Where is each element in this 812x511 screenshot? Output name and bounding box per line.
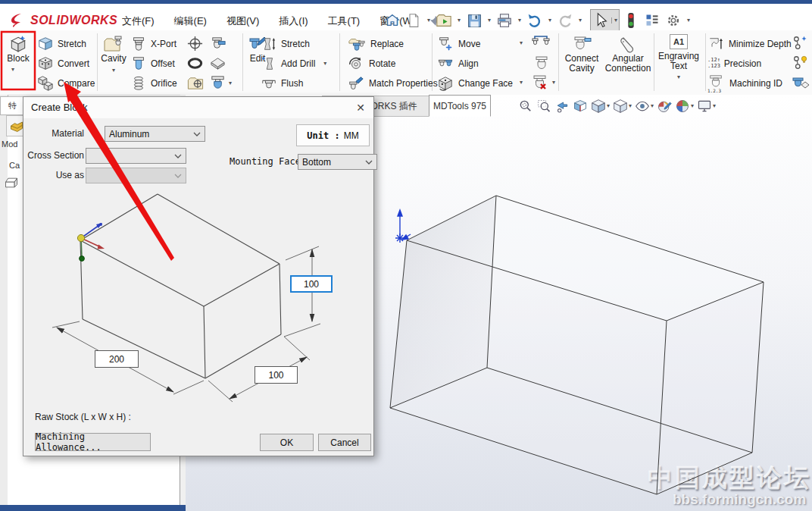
new-document-dropdown[interactable]: ▾ [425, 17, 433, 24]
apply-scene-dropdown[interactable]: ▾ [691, 103, 694, 109]
open-dropdown[interactable]: ▾ [455, 17, 463, 24]
tab-mdtools[interactable]: MDTools 975 [429, 95, 491, 117]
machining-allowance-button[interactable]: Machining Allowance... [35, 433, 151, 451]
stretch-icon [37, 36, 54, 52]
display-style-button[interactable]: ▾ [613, 99, 632, 114]
block-button[interactable]: Block ▾ [2, 34, 35, 73]
delete-cartridge-icon[interactable] [531, 74, 550, 92]
view-settings-dropdown[interactable]: ▾ [713, 103, 716, 109]
offset-button[interactable]: Offset [130, 55, 175, 73]
rotate-icon [347, 55, 365, 72]
zoom-area-button[interactable] [536, 99, 551, 114]
cancel-button[interactable]: Cancel [318, 434, 371, 451]
cavity-button[interactable]: Cavity ▾ [98, 34, 129, 74]
add-drill-label: Add Drill [281, 58, 315, 69]
convert-button[interactable]: Convert [37, 55, 89, 73]
single-cartridge-icon[interactable] [532, 54, 551, 72]
plug-icon[interactable] [209, 55, 226, 72]
model-tab-label[interactable]: Mod [2, 140, 17, 149]
insert-cartridge-icon[interactable] [209, 74, 226, 92]
width-input[interactable]: 100 [255, 366, 298, 384]
open-button[interactable] [434, 11, 454, 30]
tree-block-icon[interactable] [4, 176, 19, 190]
minimize-depth-button[interactable]: Minimize Depth [707, 35, 792, 53]
tab-mdtools-label: MDTools 975 [433, 101, 486, 111]
ca-tab-label[interactable]: Ca [9, 161, 20, 170]
connect-nodes-new-icon[interactable] [792, 35, 808, 52]
paired-cartridges-icon[interactable] [531, 34, 551, 52]
hide-show-items-button[interactable]: ▾ [635, 99, 654, 114]
position-cavity-icon[interactable] [186, 35, 204, 52]
add-drill-dropdown[interactable]: ▾ [323, 61, 326, 67]
replace-button[interactable]: Replace [347, 35, 404, 53]
new-document-button[interactable] [404, 11, 423, 30]
stretch-button[interactable]: Stretch [37, 35, 86, 53]
move-dropdown[interactable]: ▾ [520, 40, 523, 46]
apply-scene-button[interactable]: ▾ [675, 99, 694, 114]
section-view-button[interactable] [573, 99, 588, 114]
precision-button[interactable]: .12↑.123 Precision [707, 55, 761, 73]
machining-id-button[interactable]: 1.2.3 Machining ID [707, 74, 782, 92]
precision-icon: .12↑.123 [707, 58, 720, 69]
angular-connection-button[interactable]: Angular Connection [604, 34, 651, 73]
stretch-drill-button[interactable]: Stretch [261, 35, 310, 53]
settings-gear-icon[interactable] [664, 11, 683, 30]
cavity-grid-dropdown[interactable]: ▾ [229, 80, 232, 86]
match-properties-button[interactable]: Match Properties [347, 74, 438, 92]
edit-appearance-button[interactable] [657, 99, 672, 114]
engraving-text-button[interactable]: A1 Engraving Text ▾ [657, 34, 701, 80]
engraving-text-dropdown[interactable]: ▾ [677, 74, 680, 80]
align-button[interactable]: Align [436, 55, 479, 73]
connect-cavity-label: Connect Cavity [562, 54, 601, 73]
view-orientation-button[interactable]: ▾ [591, 99, 610, 114]
connect-nodes-highlight-icon[interactable] [792, 55, 808, 71]
hide-show-items-dropdown[interactable]: ▾ [651, 103, 654, 109]
display-style-dropdown[interactable]: ▾ [629, 103, 632, 109]
length-input[interactable]: 200 [95, 350, 139, 368]
view-orientation-dropdown[interactable]: ▾ [607, 103, 610, 109]
ok-button[interactable]: OK [260, 434, 314, 451]
cavity-library-icon[interactable] [186, 74, 205, 92]
select-tool-dropdown[interactable]: ▾ [611, 17, 617, 24]
select-tool-button[interactable]: ▾ [590, 9, 620, 32]
oring-icon[interactable] [186, 55, 204, 72]
application-window: SOLIDWORKS 文件(F) 编辑(E) 视图(V) 插入(I) 工具(T)… [0, 0, 812, 511]
change-face-button[interactable]: Change Face [436, 74, 513, 92]
connect-cavity-button[interactable]: Connect Cavity [562, 34, 601, 73]
cartridge-material-icon[interactable] [792, 74, 810, 92]
traffic-light-icon[interactable] [621, 11, 641, 30]
save-button[interactable] [464, 11, 484, 30]
add-drill-button[interactable]: Add Drill ▾ [261, 55, 326, 73]
replace-icon [347, 36, 367, 52]
options-list-icon[interactable] [642, 11, 662, 30]
flush-button[interactable]: Flush [261, 74, 303, 92]
save-dropdown[interactable]: ▾ [486, 17, 493, 24]
home-button[interactable] [383, 11, 402, 30]
block-icon [8, 34, 28, 54]
previous-view-button[interactable] [554, 99, 570, 114]
print-dropdown[interactable]: ▾ [516, 17, 523, 24]
orifice-button[interactable]: Orifice [130, 74, 177, 92]
undo-button[interactable] [525, 11, 545, 30]
cavity-dropdown[interactable]: ▾ [112, 67, 115, 74]
rotate-button[interactable]: Rotate [347, 55, 395, 73]
convert-label: Convert [58, 58, 89, 69]
redo-button[interactable] [555, 11, 575, 30]
xport-button[interactable]: X-Port [130, 35, 176, 53]
redo-dropdown[interactable]: ▾ [576, 17, 584, 24]
ribbon-divider [339, 33, 340, 91]
zoom-fit-button[interactable] [518, 99, 533, 114]
undo-dropdown[interactable]: ▾ [546, 17, 554, 24]
change-face-dropdown[interactable]: ▾ [520, 80, 523, 86]
feature-tree-tab[interactable]: 特 [0, 96, 25, 115]
settings-dropdown[interactable]: ▾ [685, 17, 692, 24]
delete-cartridge-dropdown[interactable]: ▾ [552, 80, 555, 86]
compare-button[interactable]: Compare [37, 74, 95, 92]
print-button[interactable] [495, 11, 514, 30]
cavity-bar-icon[interactable] [209, 35, 226, 52]
block-dropdown[interactable]: ▾ [11, 67, 14, 73]
height-input[interactable]: 100 [290, 275, 333, 293]
view-settings-button[interactable]: ▾ [697, 99, 716, 114]
quick-access-toolbar: ▾ ▾ ▾ ▾ ▾ ▾ ▾ ▾ [383, 10, 692, 31]
move-button[interactable]: Move [436, 35, 480, 53]
